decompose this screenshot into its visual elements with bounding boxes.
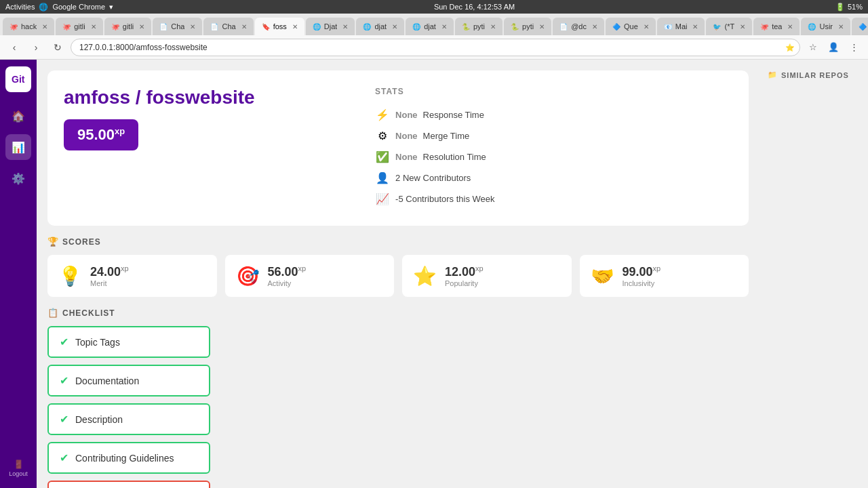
tab-gitli1[interactable]: 🐙 gitli ✕ <box>56 18 103 35</box>
scores-section-icon: 🏆 <box>47 237 58 247</box>
score-card-activity: 🎯 56.00xp Activity <box>225 255 395 297</box>
stat-row-resolution-time: ✅ None Resolution Time <box>375 146 732 167</box>
tab-usir[interactable]: 🌐 Usir ✕ <box>801 18 850 35</box>
checklist-item-documentation[interactable]: ✔ Documentation <box>47 365 210 396</box>
browser-icon: 🌐 <box>39 3 48 12</box>
tab-foss[interactable]: 🔖 foss ✕ <box>255 18 304 35</box>
svg-text:Git: Git <box>12 74 25 85</box>
repo-title: amfoss / fosswebsite <box>64 87 361 108</box>
popularity-value: 12.00xp <box>445 264 484 279</box>
tab-close[interactable]: ✕ <box>190 23 195 30</box>
tab-close[interactable]: ✕ <box>441 23 447 30</box>
repo-info: amfoss / fosswebsite 95.00xp <box>64 87 361 209</box>
tab-que2[interactable]: 🔷 Que ✕ <box>852 18 868 35</box>
merit-icon: 💡 <box>58 265 82 287</box>
scores-section-header: 🏆 SCORES <box>47 237 749 247</box>
stat-row-merge-time: ⚙ None Merge Time <box>375 125 732 146</box>
tab-icon: 🐦 <box>713 23 721 30</box>
score-card-popularity: ⭐ 12.00xp Popularity <box>402 255 572 297</box>
sidebar-item-home[interactable]: 🏠 <box>5 103 31 129</box>
reload-button[interactable]: ↻ <box>49 39 66 56</box>
checklist-item-label: Description <box>75 414 123 425</box>
tab-djat1[interactable]: 🌐 Djat ✕ <box>306 18 355 35</box>
tab-gitli2[interactable]: 🐙 gitli ✕ <box>104 18 152 35</box>
checklist-title: CHECKLIST <box>62 308 115 318</box>
xp-badge: 95.00xp <box>64 119 138 150</box>
tab-close[interactable]: ✕ <box>539 23 545 30</box>
check-pass-icon: ✔ <box>60 413 68 426</box>
checklist-item-description[interactable]: ✔ Description <box>47 403 210 435</box>
sidebar-item-repos[interactable]: 📊 <box>5 134 31 160</box>
tab-que1[interactable]: 🔷 Que ✕ <box>606 18 656 35</box>
menu-button[interactable]: ⋮ <box>845 39 863 56</box>
sidebar-item-logout[interactable]: 🚪 Logout <box>5 455 31 481</box>
checklist-item-license[interactable]: ✖ License <box>47 481 210 488</box>
browser-app-name: Google Chrome <box>52 3 105 11</box>
tab-close[interactable]: ✕ <box>838 23 844 30</box>
tab-close[interactable]: ✕ <box>91 23 96 30</box>
tab-tea[interactable]: 🐙 tea ✕ <box>753 18 800 35</box>
tab-pyti1[interactable]: 🐍 pyti ✕ <box>455 18 502 35</box>
tab-icon: 🌐 <box>808 23 816 30</box>
profile-button[interactable]: 👤 <box>825 39 842 56</box>
tab-close[interactable]: ✕ <box>490 23 496 30</box>
tab-hack[interactable]: 🐙 hack ✕ <box>3 18 54 35</box>
tab-close[interactable]: ✕ <box>787 23 793 30</box>
activities-label[interactable]: Activities <box>5 3 35 11</box>
tab-pyti2[interactable]: 🐍 pyti ✕ <box>504 18 551 35</box>
address-bar[interactable]: 127.0.0.1:8000/amfoss-fosswebsite <box>71 39 800 56</box>
tab-cha1[interactable]: 📄 Cha ✕ <box>153 18 202 35</box>
popularity-info: 12.00xp Popularity <box>445 264 484 287</box>
checklist-item-label: Documentation <box>75 375 139 386</box>
scores-title: SCORES <box>62 237 101 247</box>
sidebar-item-settings[interactable]: ⚙️ <box>5 165 31 191</box>
new-contributors-icon: 👤 <box>375 171 390 184</box>
tab-close[interactable]: ✕ <box>241 23 247 30</box>
stat-row-contributors-week: 📈 -5 Contributors this Week <box>375 188 732 209</box>
tab-close[interactable]: ✕ <box>740 23 745 30</box>
merit-name: Merit <box>90 279 129 287</box>
lock-icon: ⭐ <box>785 43 795 52</box>
repo-name[interactable]: fosswebsite <box>146 87 254 108</box>
checklist-item-topic-tags[interactable]: ✔ Topic Tags <box>47 326 210 358</box>
tab-close[interactable]: ✕ <box>692 23 698 30</box>
tab-twitter[interactable]: 🐦 (*T ✕ <box>706 18 752 35</box>
tab-djat3[interactable]: 🌐 djat ✕ <box>406 18 454 35</box>
scores-grid: 💡 24.00xp Merit 🎯 56.00xp Activity <box>47 255 749 297</box>
tab-close[interactable]: ✕ <box>139 23 144 30</box>
back-button[interactable]: ‹ <box>5 39 23 56</box>
popularity-icon: ⭐ <box>413 265 437 287</box>
battery-icon: 🔋 <box>835 3 845 12</box>
resolution-time-icon: ✅ <box>375 150 390 163</box>
address-text: 127.0.0.1:8000/amfoss-fosswebsite <box>79 43 208 52</box>
logout-label: Logout <box>9 470 28 477</box>
tab-dc[interactable]: 📄 @dc ✕ <box>553 18 604 35</box>
repo-owner[interactable]: amfoss <box>64 87 130 108</box>
stats-section: STATS ⚡ None Response Time ⚙ None Merge … <box>375 87 732 209</box>
tab-icon: 🐙 <box>62 23 71 30</box>
tab-mai[interactable]: 📧 Mai ✕ <box>657 18 705 35</box>
tab-cha2[interactable]: 📄 Cha ✕ <box>203 18 253 35</box>
app-container: Git 🏠 📊 ⚙️ 🚪 Logout amfoss / fosswebsite <box>0 60 868 488</box>
tab-djat2[interactable]: 🌐 djat ✕ <box>356 18 404 35</box>
sidebar-logo[interactable]: Git <box>5 66 31 92</box>
checklist-item-contributing-guidelines[interactable]: ✔ Contributing Guidelines <box>47 442 210 474</box>
tab-icon: 🐙 <box>9 23 18 30</box>
tab-close[interactable]: ✕ <box>342 23 348 30</box>
logout-icon: 🚪 <box>14 460 24 469</box>
tab-close[interactable]: ✕ <box>644 23 649 30</box>
tab-close[interactable]: ✕ <box>42 23 47 30</box>
stat-row-new-contributors: 👤 2 New Contributors <box>375 167 732 188</box>
forward-button[interactable]: › <box>27 39 45 56</box>
checklist-item-label: Contributing Guidelines <box>75 453 174 464</box>
score-card-merit: 💡 24.00xp Merit <box>47 255 217 297</box>
similar-repos-title: 📁 SIMILAR REPOS <box>768 70 860 79</box>
merit-value: 24.00xp <box>90 264 129 279</box>
bookmark-button[interactable]: ☆ <box>804 39 822 56</box>
tab-icon: 🐍 <box>511 23 519 30</box>
tab-close[interactable]: ✕ <box>592 23 597 30</box>
tab-close[interactable]: ✕ <box>292 23 298 30</box>
activity-info: 56.00xp Activity <box>268 264 307 287</box>
tab-close[interactable]: ✕ <box>392 23 397 30</box>
checklist-items: ✔ Topic Tags ✔ Documentation ✔ Descripti… <box>47 326 749 488</box>
